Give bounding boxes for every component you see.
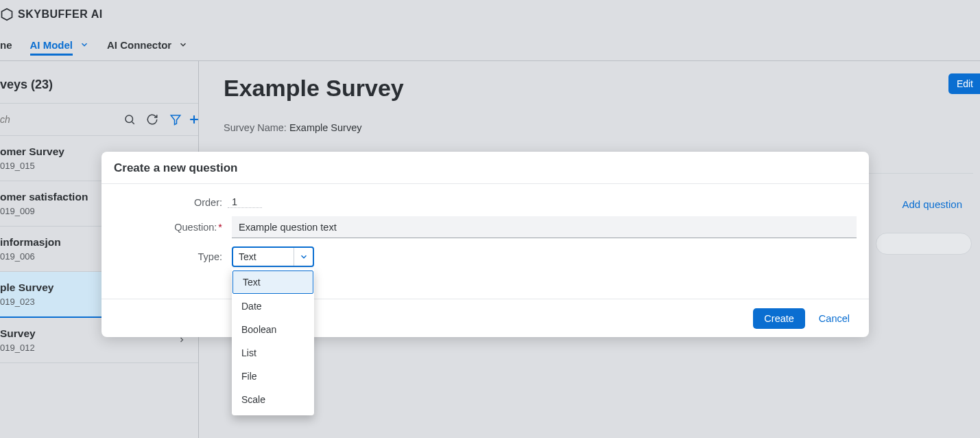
tab-home-truncated[interactable]: ne — [0, 29, 12, 60]
tab-label: ne — [0, 39, 12, 51]
top-tabs: ne AI Model AI Connector — [0, 29, 980, 60]
type-dropdown: TextDateBooleanListFileScale — [232, 268, 314, 415]
brand-text: SKYBUFFER AI — [18, 8, 103, 21]
svg-point-1 — [126, 115, 133, 123]
tab-ai-connector[interactable]: AI Connector — [107, 29, 188, 60]
type-select-value: Text — [233, 251, 294, 262]
type-select: Text TextDateBooleanListFileScale — [232, 246, 314, 267]
dropdown-item[interactable]: Boolean — [232, 318, 314, 341]
page-title: Example Survey — [224, 75, 980, 102]
survey-name-row: Survey Name: Example Survey — [224, 122, 980, 133]
list-item-sub: 019_012 — [0, 343, 191, 353]
dialog-footer: Create Cancel — [101, 299, 869, 337]
form-row-type: Type: Text TextDateBooleanListFileScale — [114, 246, 857, 267]
svg-marker-0 — [2, 9, 12, 21]
search-icon[interactable] — [121, 111, 138, 128]
dropdown-item[interactable]: List — [232, 341, 314, 365]
survey-name-label: Survey Name: — [224, 122, 287, 133]
tab-ai-model[interactable]: AI Model — [30, 29, 90, 60]
search-input[interactable] — [0, 114, 121, 125]
type-select-box[interactable]: Text — [232, 246, 314, 267]
brand-logo-icon — [0, 8, 14, 21]
brand-bar: SKYBUFFER AI — [0, 0, 980, 29]
chevron-down-icon — [294, 248, 313, 266]
order-value: 1 — [228, 196, 262, 208]
create-button[interactable]: Create — [753, 308, 805, 329]
edit-button[interactable]: Edit — [948, 73, 980, 94]
type-label: Type: — [114, 251, 228, 262]
dropdown-item[interactable]: Text — [232, 270, 313, 294]
dropdown-item[interactable]: Scale — [232, 388, 314, 411]
required-marker: * — [218, 222, 222, 233]
svg-line-2 — [132, 122, 134, 124]
svg-marker-3 — [171, 115, 180, 125]
dialog-body: Order: 1 Question:* Type: Text TextDateB… — [101, 184, 869, 299]
refresh-icon[interactable] — [146, 111, 158, 128]
form-row-order: Order: 1 — [114, 196, 857, 208]
section-capsule — [876, 233, 972, 255]
survey-name-value: Example Survey — [289, 122, 362, 133]
chevron-down-icon — [80, 40, 89, 49]
question-input[interactable] — [232, 216, 857, 238]
tab-label: AI Model — [30, 39, 73, 56]
form-row-question: Question:* — [114, 216, 857, 238]
dropdown-item[interactable]: File — [232, 365, 314, 388]
sidebar-title: veys (23) — [0, 61, 198, 103]
brand: SKYBUFFER AI — [0, 8, 103, 21]
cancel-button[interactable]: Cancel — [819, 313, 850, 324]
filter-icon[interactable] — [169, 111, 182, 128]
sidebar-toolbar — [0, 103, 198, 136]
tab-label: AI Connector — [107, 39, 171, 51]
search-box — [0, 108, 141, 130]
add-question-link[interactable]: Add question — [902, 198, 962, 210]
order-label: Order: — [114, 197, 228, 208]
chevron-down-icon — [178, 40, 188, 49]
create-question-dialog: Create a new question Order: 1 Question:… — [101, 152, 869, 337]
question-label: Question:* — [114, 222, 228, 233]
dialog-title: Create a new question — [101, 152, 869, 184]
dropdown-item[interactable]: Date — [232, 295, 314, 318]
